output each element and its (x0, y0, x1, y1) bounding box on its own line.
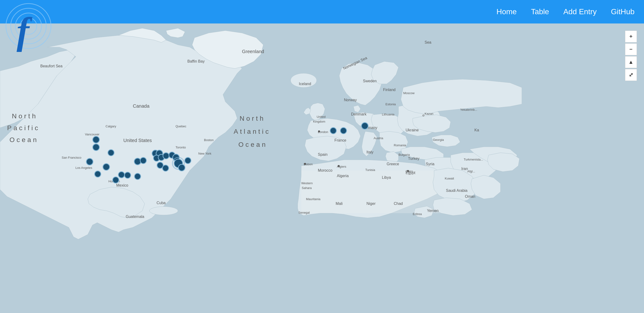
logo-area: f (0, 0, 57, 52)
city-dot-lisbon (304, 163, 306, 165)
city-dot-london (318, 130, 320, 132)
label-uk2: Kingdom (313, 120, 325, 123)
nav-github[interactable]: GitHub (611, 7, 634, 16)
label-norway: Norway (344, 98, 357, 102)
marker-cs[interactable] (134, 173, 141, 180)
svg-text:f: f (16, 10, 32, 52)
map-controls: + − ▲ ⤢ (625, 30, 637, 81)
marker-sf[interactable] (86, 158, 93, 165)
label-georgia-country: Georgia (433, 138, 444, 142)
label-mexico: Mexico (116, 183, 128, 187)
nav-table[interactable]: Table (531, 7, 549, 16)
marker-houston2[interactable] (113, 177, 119, 183)
zoom-out-button[interactable]: − (625, 44, 637, 55)
label-turkmenistan: Turkmenista... (464, 158, 483, 161)
city-dot-cairo (407, 170, 409, 172)
label-france: France (334, 138, 346, 142)
label-algeria: Algeria (337, 174, 349, 178)
label-greece: Greece (387, 162, 399, 166)
label-niger: Niger (366, 202, 376, 206)
label-uk1: United (317, 115, 326, 118)
marker-ec5[interactable] (163, 153, 169, 159)
label-greenland: Greenland (242, 49, 264, 54)
label-atlantic-2: Atlantic (234, 128, 271, 135)
marker-midwest[interactable] (134, 158, 141, 165)
nav-home[interactable]: Home (496, 7, 516, 16)
label-tunisia: Tunisia (365, 168, 375, 172)
label-los-angeles: Los Angeles (76, 166, 92, 170)
label-denmark: Denmark (351, 112, 367, 116)
label-finland: Finland (383, 88, 396, 92)
label-lithuania: Lithuania (382, 113, 395, 116)
label-moscow: Moscow (403, 91, 415, 95)
marker-la2[interactable] (95, 171, 101, 177)
marker-la[interactable] (103, 164, 110, 170)
map-container[interactable]: North Pacific Ocean North Atlantic Ocean… (0, 24, 644, 313)
label-eritrea: Eritrea (413, 212, 422, 216)
label-vancouver: Vancouver (85, 132, 100, 136)
label-guatemala: Guatemala (126, 214, 144, 219)
label-italy: Italy (366, 150, 373, 154)
label-north-atlantic: North (240, 115, 265, 122)
label-chad: Chad (394, 202, 403, 206)
marker-ny3[interactable] (185, 158, 191, 164)
label-pacific-3: Ocean (10, 136, 39, 144)
label-atlantic-3: Ocean (238, 141, 268, 148)
label-canada: Canada (133, 104, 150, 108)
label-saudi-arabia: Saudi Arabia (446, 188, 468, 192)
label-toronto: Toronto (176, 146, 186, 149)
label-boston: Boston (204, 138, 214, 142)
label-yemen: Yemen (427, 209, 438, 213)
marker-midwest2[interactable] (140, 158, 146, 164)
label-beaufort-sea: Beaufort Sea (40, 64, 62, 68)
label-spain: Spain (318, 152, 328, 156)
label-cairo: Cairo (406, 170, 413, 173)
fullscreen-button[interactable]: ⤢ (625, 69, 637, 81)
reset-button[interactable]: ▲ (625, 56, 637, 68)
label-oman: Oman (465, 194, 475, 198)
marker-tx[interactable] (124, 172, 131, 178)
marker-2[interactable] (93, 144, 100, 150)
label-austria: Austria (374, 136, 383, 140)
label-western-sahara: Western (301, 182, 313, 185)
label-new-york: New York (198, 152, 211, 155)
label-libya: Libya (382, 176, 391, 180)
label-mali: Mali (336, 202, 342, 206)
label-iran: Iran (461, 167, 468, 171)
label-ukraine: Ukraine (406, 128, 419, 132)
label-quebec: Quebec (176, 124, 186, 128)
marker-1[interactable] (93, 136, 100, 143)
header: f Home Table Add Entry GitHub (0, 0, 644, 24)
label-pacific-2: Pacific (7, 124, 40, 132)
label-turkey: Turkey (408, 156, 419, 160)
label-calgary: Calgary (106, 124, 116, 128)
marker-de[interactable] (362, 122, 368, 129)
nav-add-entry[interactable]: Add Entry (563, 7, 597, 16)
zoom-in-button[interactable]: + (625, 30, 637, 42)
nav-links: Home Table Add Entry GitHub (496, 7, 634, 16)
marker-nc2[interactable] (162, 165, 169, 171)
label-baffin-bay: Baffin Bay (188, 59, 205, 63)
marker-uk1[interactable] (330, 128, 336, 134)
label-usa: United States (123, 138, 152, 143)
label-kuwait: Kuwait (445, 177, 454, 180)
label-sea: Sea (424, 40, 432, 44)
marker-ny2[interactable] (178, 164, 185, 171)
label-iceland: Iceland (299, 82, 311, 86)
label-sweden: Sweden (363, 79, 377, 83)
marker-3[interactable] (108, 150, 114, 156)
label-kazan: Kazan (424, 112, 433, 116)
label-san-francisco: San Francisco (62, 156, 81, 159)
label-sahara2: Sahara (302, 186, 312, 190)
label-ka: Ka (474, 128, 479, 132)
svg-point-7 (150, 206, 178, 215)
label-romania: Romania (394, 144, 406, 147)
label-cuba: Cuba (156, 201, 166, 205)
label-yekaterinb: Yekaterinb... (460, 108, 477, 112)
marker-uk2[interactable] (340, 128, 346, 134)
marker-houston[interactable] (118, 172, 124, 178)
label-estonia: Estonia (386, 102, 396, 106)
label-bulgaria: Bulgaria (398, 153, 410, 156)
city-dot-algiers (338, 165, 340, 167)
label-afgh: Afgl... (467, 170, 475, 173)
